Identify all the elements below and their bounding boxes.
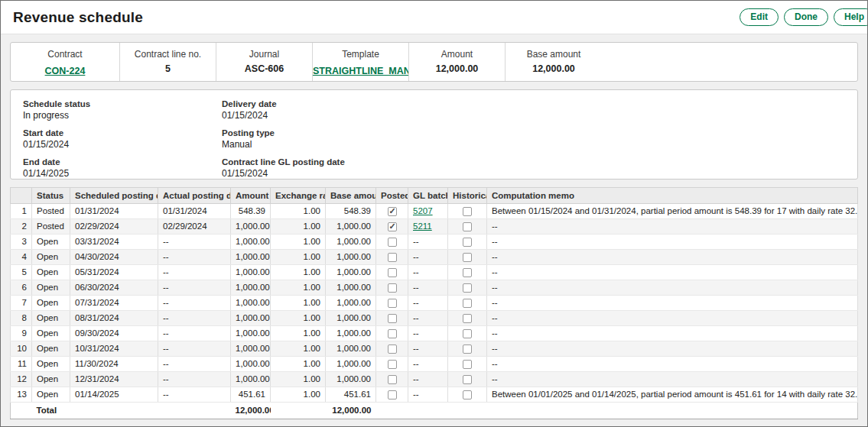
status-cell: Open (32, 250, 70, 265)
amount-cell: 1,000.00 (231, 326, 271, 341)
historical-checkbox (463, 222, 472, 231)
row-number: 3 (11, 235, 32, 250)
posted-checkbox (388, 268, 397, 277)
row-number: 9 (11, 326, 32, 341)
exchange-rate-cell: 1.00 (271, 204, 326, 219)
base-amount-cell: 1,000.00 (326, 219, 376, 235)
actual-posting-date-cell: -- (158, 265, 231, 280)
gl-batch-cell: -- (408, 341, 448, 357)
delivery-date-label: Delivery date (222, 99, 345, 108)
amount-cell: 1,000.00 (231, 357, 271, 372)
historical-cell (448, 311, 487, 326)
exchange-rate-cell: 1.00 (271, 235, 326, 250)
schedule-table: Status Scheduled posting date Actual pos… (10, 187, 858, 419)
amount-cell: 1,000.00 (231, 250, 271, 265)
scheduled-posting-date-cell: 05/31/2024 (70, 265, 158, 280)
historical-checkbox (463, 253, 472, 262)
exchange-rate-cell: 1.00 (271, 296, 326, 311)
exchange-rate-cell: 1.00 (271, 250, 326, 265)
row-number: 12 (11, 372, 32, 387)
exchange-rate-cell: 1.00 (271, 326, 326, 341)
contract-line-gl-posting-date-value: 01/15/2024 (222, 168, 345, 179)
computation-memo-cell: Between 01/15/2024 and 01/31/2024, parti… (487, 204, 858, 219)
actual-posting-date-cell: -- (158, 250, 231, 265)
scheduled-posting-date-cell: 08/31/2024 (70, 311, 158, 326)
row-number: 1 (11, 204, 32, 219)
schedule-table-body: 1 Posted 01/31/2024 01/31/2024 548.39 1.… (11, 204, 858, 403)
summary-field-contract: Contract CON-224 (11, 43, 120, 81)
scheduled-posting-date-cell: 12/31/2024 (70, 372, 158, 387)
historical-cell (448, 357, 487, 372)
posted-cell (376, 265, 408, 280)
computation-memo-cell: -- (487, 311, 858, 326)
posted-cell (376, 296, 408, 311)
scheduled-posting-date-cell: 10/31/2024 (70, 341, 158, 357)
edit-button[interactable]: Edit (740, 8, 779, 26)
done-button[interactable]: Done (784, 8, 828, 26)
summary-field-amount: Amount 12,000.00 (409, 43, 506, 81)
historical-checkbox (463, 283, 472, 293)
historical-checkbox (463, 314, 472, 323)
start-date-label: Start date (23, 128, 222, 137)
base-amount-cell: 1,000.00 (326, 372, 376, 387)
posted-checkbox (388, 390, 397, 400)
col-header-amount: Amount (231, 188, 271, 204)
posted-cell (376, 250, 408, 265)
scheduled-posting-date-cell: 02/29/2024 (70, 219, 158, 235)
table-row: 10 Open 10/31/2024 -- 1,000.00 1.00 1,00… (11, 341, 858, 357)
schedule-status-label: Schedule status (23, 99, 222, 108)
contract-line-gl-posting-date-label: Contract line GL posting date (222, 157, 345, 167)
posted-checkbox (388, 299, 397, 308)
summary-field-contract-line-no: Contract line no. 5 (120, 43, 216, 81)
exchange-rate-cell: 1.00 (271, 387, 326, 403)
table-row: 13 Open 01/14/2025 -- 451.61 1.00 451.61… (11, 387, 858, 403)
col-header-computation-memo: Computation memo (487, 188, 858, 204)
actual-posting-date-cell: -- (158, 372, 231, 387)
gl-batch-link[interactable]: 5211 (413, 222, 432, 231)
base-amount-cell: 1,000.00 (326, 235, 376, 250)
exchange-rate-cell: 1.00 (271, 219, 326, 235)
actual-posting-date-cell: -- (158, 280, 231, 296)
exchange-rate-cell: 1.00 (271, 311, 326, 326)
posted-cell (376, 219, 408, 235)
details-left-column: Schedule status In progress Start date 0… (23, 99, 222, 173)
col-header-exchange-rate: Exchange rate (271, 188, 326, 204)
amount-cell: 1,000.00 (231, 280, 271, 296)
help-button[interactable]: Help (834, 8, 868, 26)
scheduled-posting-date-cell: 03/31/2024 (70, 235, 158, 250)
posted-cell (376, 235, 408, 250)
contract-link[interactable]: CON-224 (45, 66, 86, 76)
posted-cell (376, 357, 408, 372)
base-amount-cell: 548.39 (326, 204, 376, 219)
template-link[interactable]: STRAIGHTLINE_MANUA (313, 66, 409, 76)
base-amount-cell: 1,000.00 (326, 311, 376, 326)
historical-checkbox (463, 329, 472, 338)
table-row: 1 Posted 01/31/2024 01/31/2024 548.39 1.… (11, 204, 858, 219)
historical-cell (448, 235, 487, 250)
status-cell: Open (32, 372, 70, 387)
delivery-date-field: Delivery date 01/15/2024 (222, 99, 345, 121)
posted-checkbox (388, 314, 397, 323)
historical-checkbox (463, 390, 472, 400)
historical-checkbox (463, 375, 472, 384)
status-cell: Posted (32, 204, 70, 219)
summary-field-journal: Journal ASC-606 (216, 43, 313, 81)
gl-batch-link[interactable]: 5207 (413, 206, 433, 215)
exchange-rate-cell: 1.00 (271, 341, 326, 357)
amount-cell: 1,000.00 (231, 296, 271, 311)
posted-checkbox (388, 207, 397, 216)
delivery-date-value: 01/15/2024 (222, 110, 345, 121)
contract-label: Contract (11, 49, 119, 60)
actual-posting-date-cell: -- (158, 235, 231, 250)
table-row: 2 Posted 02/29/2024 02/29/2024 1,000.00 … (11, 219, 858, 235)
status-cell: Open (32, 357, 70, 372)
table-row: 3 Open 03/31/2024 -- 1,000.00 1.00 1,000… (11, 235, 858, 250)
details-right-column: Delivery date 01/15/2024 Posting type Ma… (222, 99, 345, 173)
exchange-rate-cell: 1.00 (271, 265, 326, 280)
posted-checkbox (388, 238, 397, 247)
posted-checkbox (388, 375, 397, 384)
end-date-field: End date 01/14/2025 (23, 157, 222, 179)
contract-line-no-label: Contract line no. (120, 49, 216, 60)
historical-checkbox (463, 207, 472, 216)
computation-memo-cell: -- (487, 341, 858, 357)
